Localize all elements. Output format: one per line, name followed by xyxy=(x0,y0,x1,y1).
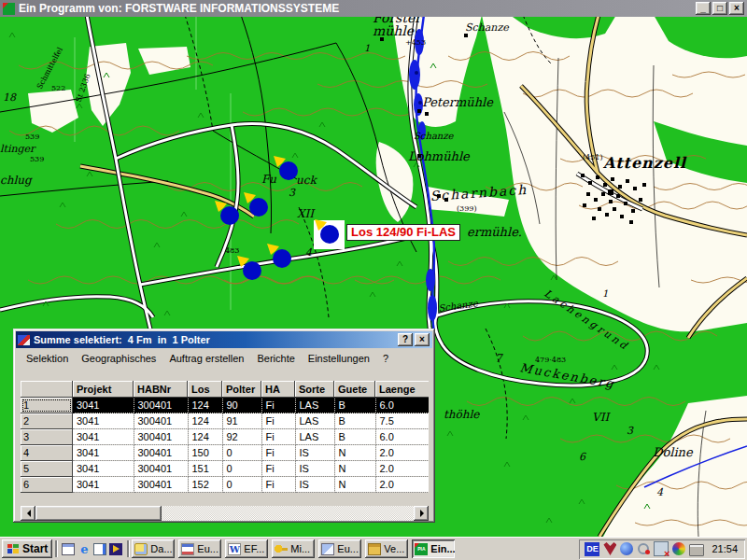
table-row[interactable]: 530413004011510FiISN2.085.4 xyxy=(21,461,429,477)
language-indicator[interactable]: DE xyxy=(585,542,599,556)
table-cell[interactable]: 124 xyxy=(188,398,222,413)
table-cell[interactable]: B xyxy=(334,398,375,413)
panel-close-button[interactable]: × xyxy=(415,333,430,346)
table-cell[interactable]: IS xyxy=(295,445,334,461)
table-cell[interactable]: 0 xyxy=(222,477,261,493)
table-cell[interactable]: Fi xyxy=(261,398,295,413)
close-button[interactable]: × xyxy=(729,2,744,15)
scrollbar-thumb[interactable] xyxy=(35,506,162,521)
row-header[interactable]: 4 xyxy=(21,445,73,461)
table-cell[interactable]: 124 xyxy=(188,429,222,445)
table-cell[interactable]: 3041 xyxy=(73,477,134,493)
column-header-projekt[interactable]: Projekt xyxy=(73,381,134,398)
menu-item-?[interactable]: ? xyxy=(376,351,395,366)
table-cell[interactable]: 3041 xyxy=(73,445,134,461)
table-cell[interactable]: B xyxy=(334,429,375,445)
table-cell[interactable]: LAS xyxy=(295,398,334,413)
table-cell[interactable]: 2.0 xyxy=(375,477,429,493)
column-header-laenge[interactable]: Laenge xyxy=(375,381,429,398)
table-cell[interactable]: 151 xyxy=(188,461,222,477)
virus-shield-icon[interactable] xyxy=(603,542,616,555)
table-cell[interactable]: 0 xyxy=(222,461,261,477)
media-player-icon[interactable] xyxy=(109,543,122,555)
table-cell[interactable]: 3041 xyxy=(73,413,134,429)
table-cell[interactable]: 300401 xyxy=(134,413,188,429)
internet-explorer-icon[interactable]: e xyxy=(78,543,91,555)
table-cell[interactable]: 90 xyxy=(222,398,261,413)
column-header-sorte[interactable]: Sorte xyxy=(295,381,334,398)
table-cell[interactable]: Fi xyxy=(261,477,295,493)
magnifier-icon[interactable] xyxy=(637,542,650,555)
polter-marker[interactable] xyxy=(314,219,345,249)
table-row[interactable]: 1304130040112490FiLASB6.03.72 xyxy=(21,398,429,413)
table-cell[interactable]: LAS xyxy=(295,429,334,445)
table-cell[interactable]: 0 xyxy=(222,445,261,461)
table-cell[interactable]: 300401 xyxy=(134,461,188,477)
panel-titlebar[interactable]: Summe selektiert: 4 Fm in 1 Polter ? × xyxy=(16,331,432,348)
table-cell[interactable]: 2.0 xyxy=(375,445,429,461)
scrollbar-track[interactable] xyxy=(162,506,414,521)
table-cell[interactable]: Fi xyxy=(261,429,295,445)
table-row[interactable]: 630413004011520FiISN2.047.6 xyxy=(21,477,429,493)
table-row[interactable]: 430413004011500FiISN2.0114.1 xyxy=(21,445,429,461)
table-row[interactable]: 2304130040112491FiLASB7.512.88 xyxy=(21,413,429,429)
task-button-ve[interactable]: Ve... xyxy=(365,539,408,558)
printer-icon[interactable] xyxy=(689,544,704,556)
table-cell[interactable]: N xyxy=(334,445,375,461)
column-header-guete[interactable]: Guete xyxy=(334,381,375,398)
table-cell[interactable]: 6.0 xyxy=(375,398,429,413)
table-cell[interactable]: 3041 xyxy=(73,461,134,477)
cfos-globe-icon[interactable] xyxy=(620,542,633,555)
task-button-ein[interactable]: PIAEin... xyxy=(412,539,455,558)
row-header[interactable]: 5 xyxy=(21,461,73,477)
menu-item-berichte[interactable]: Berichte xyxy=(250,351,301,366)
column-header[interactable] xyxy=(21,381,73,398)
table-cell[interactable]: LAS xyxy=(295,413,334,429)
table-cell[interactable]: Fi xyxy=(261,461,295,477)
scroll-right-button[interactable] xyxy=(414,506,429,521)
row-header[interactable]: 6 xyxy=(21,477,73,493)
table-cell[interactable]: 2.0 xyxy=(375,461,429,477)
row-header[interactable]: 2 xyxy=(21,413,73,429)
table-cell[interactable]: N xyxy=(334,477,375,493)
column-header-ha[interactable]: HA xyxy=(261,381,295,398)
row-header[interactable]: 1 xyxy=(21,398,73,413)
column-header-habnr[interactable]: HABNr xyxy=(134,381,188,398)
table-cell[interactable]: 3041 xyxy=(73,398,134,413)
menu-item-auftrag-erstellen[interactable]: Auftrag erstellen xyxy=(162,351,250,366)
menu-item-einstellungen[interactable]: Einstellungen xyxy=(302,351,376,366)
table-cell[interactable]: IS xyxy=(295,477,334,493)
table-cell[interactable]: 152 xyxy=(188,477,222,493)
table-cell[interactable]: 91 xyxy=(222,413,261,429)
table-cell[interactable]: 124 xyxy=(188,413,222,429)
table-cell[interactable]: 300401 xyxy=(134,398,188,413)
task-button-eu[interactable]: Eu... xyxy=(318,539,361,558)
outlook-express-icon[interactable] xyxy=(93,543,106,555)
table-cell[interactable]: 300401 xyxy=(134,445,188,461)
scroll-left-button[interactable] xyxy=(21,506,35,521)
table-cell[interactable]: Fi xyxy=(261,445,295,461)
task-button-mi[interactable]: Mi... xyxy=(272,539,315,558)
horizontal-scrollbar[interactable] xyxy=(21,506,429,521)
help-button[interactable]: ? xyxy=(398,333,413,346)
table-cell[interactable]: 6.0 xyxy=(375,429,429,445)
table-cell[interactable]: 150 xyxy=(188,445,222,461)
table-cell[interactable]: N xyxy=(334,461,375,477)
task-button-ef[interactable]: WEF... xyxy=(225,539,268,558)
show-desktop-icon[interactable] xyxy=(62,543,75,555)
table-cell[interactable]: B xyxy=(334,413,375,429)
table-cell[interactable]: Fi xyxy=(261,413,295,429)
color-wheel-icon[interactable] xyxy=(672,542,685,555)
main-titlebar[interactable]: Ein Programm von: FORSTWARE INFORMATIONS… xyxy=(0,0,747,17)
task-button-da[interactable]: Da... xyxy=(132,539,175,558)
menu-item-selektion[interactable]: Selektion xyxy=(20,351,75,366)
table-cell[interactable]: 92 xyxy=(222,429,261,445)
row-header[interactable]: 3 xyxy=(21,429,73,445)
table-cell[interactable]: 3041 xyxy=(73,429,134,445)
table-cell[interactable]: 7.5 xyxy=(375,413,429,429)
network-offline-icon[interactable] xyxy=(654,541,669,556)
table-cell[interactable]: 300401 xyxy=(134,429,188,445)
task-button-eu[interactable]: Eu... xyxy=(178,539,221,558)
column-header-polter[interactable]: Polter xyxy=(222,381,261,398)
menu-item-geographisches[interactable]: Geographisches xyxy=(75,351,162,366)
